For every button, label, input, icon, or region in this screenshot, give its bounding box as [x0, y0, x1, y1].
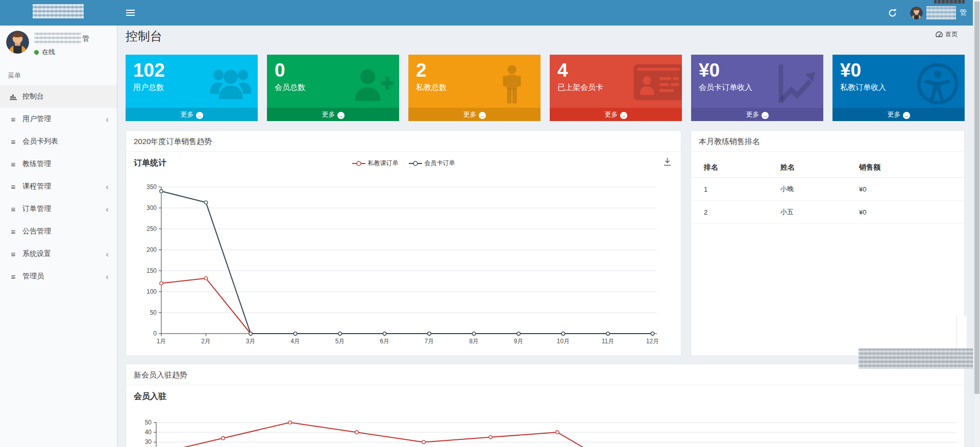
legend-item-coach-orders[interactable]: 私教课订单	[352, 159, 399, 168]
svg-text:9月: 9月	[514, 338, 524, 345]
refresh-icon	[888, 9, 897, 17]
sidebar-item-course-management[interactable]: ≡课程管理‹	[0, 175, 117, 198]
scrollbar-thumb[interactable]	[974, 2, 979, 394]
list-icon: ≡	[8, 272, 19, 281]
user-status-label: 在线	[42, 48, 55, 57]
list-icon: ≡	[8, 137, 19, 146]
arrow-circle-right-icon: →	[620, 112, 627, 119]
page-title: 控制台	[126, 26, 162, 47]
svg-text:1月: 1月	[157, 338, 166, 345]
table-row: 2小五¥0	[691, 201, 964, 224]
sidebar-item-label: 教练管理	[22, 159, 51, 169]
sidebar-menu: 控制台≡用户管理‹≡会员卡列表≡教练管理≡课程管理‹≡订单管理‹≡公告管理≡系统…	[0, 85, 117, 288]
svg-text:350: 350	[146, 183, 157, 191]
svg-text:30: 30	[145, 438, 152, 445]
sidebar-user-panel: 管 在线	[0, 26, 117, 64]
dashboard-icon	[936, 31, 943, 38]
page-scrollbar[interactable]	[973, 0, 980, 447]
card-more-link[interactable]: 更多→	[832, 108, 965, 121]
navbar-avatar	[910, 7, 923, 19]
svg-text:2月: 2月	[201, 338, 211, 345]
sidebar-item-user-management[interactable]: ≡用户管理‹	[0, 108, 117, 130]
card-more-link[interactable]: 更多→	[550, 108, 682, 121]
list-icon: ≡	[8, 205, 19, 214]
user-name-suffix: 管	[82, 34, 89, 43]
list-icon: ≡	[8, 182, 19, 191]
svg-text:5月: 5月	[335, 338, 345, 345]
table-cell: 1	[691, 178, 768, 201]
line-chart-icon	[774, 62, 818, 106]
stat-card-users-total: 102用户总数更多→	[126, 55, 258, 121]
stat-card-cards-on-shelf: 4已上架会员卡更多→	[550, 55, 682, 121]
stat-card-coaches-total: 2私教总数更多→	[408, 55, 541, 121]
arrow-circle-right-icon: →	[479, 112, 486, 119]
chevron-left-icon: ‹	[106, 250, 112, 258]
sidebar-item-label: 系统设置	[22, 249, 51, 258]
legend-item-card-orders[interactable]: 会员卡订单	[409, 159, 455, 168]
id-card-icon	[633, 62, 677, 106]
ranking-table-body: 1小晚¥02小五¥0	[691, 178, 964, 224]
list-icon: ≡	[8, 160, 19, 169]
card-more-link[interactable]: 更多→	[408, 108, 541, 121]
arrow-circle-right-icon: →	[903, 112, 910, 119]
card-more-link[interactable]: 更多→	[691, 108, 823, 121]
svg-text:100: 100	[146, 288, 157, 295]
sidebar-item-label: 公告管理	[22, 227, 51, 236]
sidebar-item-notice-management[interactable]: ≡公告管理	[0, 220, 117, 243]
breadcrumb-home-link[interactable]: 首页	[936, 30, 958, 39]
svg-text:12月: 12月	[646, 338, 659, 345]
list-icon: ≡	[8, 227, 19, 236]
svg-text:250: 250	[146, 225, 157, 232]
watermark-censor	[859, 348, 974, 369]
table-header-row: 排名姓名销售额	[691, 158, 964, 178]
svg-text:7月: 7月	[425, 338, 434, 345]
sidebar-item-label: 管理员	[22, 272, 44, 281]
sidebar-item-admin[interactable]: ≡管理员‹	[0, 265, 117, 288]
sidebar-toggle-button[interactable]	[118, 0, 142, 26]
download-icon	[663, 157, 672, 166]
svg-text:50: 50	[150, 309, 157, 316]
svg-text:6月: 6月	[380, 338, 389, 345]
ranking-table: 排名姓名销售额 1小晚¥02小五¥0	[691, 158, 964, 224]
universal-access-icon	[916, 62, 960, 106]
chevron-left-icon: ‹	[106, 115, 112, 124]
top-right-censor	[934, 0, 965, 4]
chart-legend: 私教课订单 会员卡订单	[126, 159, 681, 168]
table-cell: ¥0	[846, 178, 964, 201]
stat-cards-row: 102用户总数更多→0会员总数更多→2私教总数更多→4已上架会员卡更多→¥0会员…	[126, 55, 965, 121]
panel-title: 本月教练销售排名	[691, 131, 964, 152]
sidebar-item-order-management[interactable]: ≡订单管理‹	[0, 198, 117, 220]
sidebar-item-label: 用户管理	[22, 114, 51, 124]
column-header: 姓名	[768, 158, 846, 178]
svg-text:8月: 8月	[469, 338, 479, 345]
card-more-link[interactable]: 更多→	[267, 108, 399, 121]
sidebar-item-label: 控制台	[22, 92, 44, 101]
svg-text:4月: 4月	[290, 338, 300, 345]
chart-title: 会员入驻	[134, 391, 166, 402]
sidebar-item-dashboard[interactable]: 控制台	[0, 85, 117, 108]
refresh-button[interactable]	[885, 0, 900, 26]
svg-text:0: 0	[153, 330, 157, 337]
member-trend-panel: 新会员入驻趋势 会员入驻 01020304050	[126, 364, 965, 447]
sidebar-item-system-settings[interactable]: ≡系统设置‹	[0, 243, 117, 265]
ranking-panel: 本月教练销售排名 排名姓名销售额 1小晚¥02小五¥0	[691, 130, 965, 356]
table-cell: ¥0	[846, 201, 964, 224]
card-more-link[interactable]: 更多→	[126, 108, 258, 121]
svg-text:10月: 10月	[557, 338, 570, 345]
order-trend-panel: 2020年度订单销售趋势 订单统计 私教课订单 会员卡订单 0501001502…	[126, 130, 681, 356]
member-chart: 01020304050	[134, 407, 957, 447]
legend-line-icon	[352, 161, 365, 166]
column-header: 排名	[691, 158, 768, 178]
svg-text:200: 200	[146, 246, 157, 253]
navbar-user-menu[interactable]: 管	[910, 0, 967, 26]
sidebar-item-coach-management[interactable]: ≡教练管理	[0, 153, 117, 175]
svg-text:11月: 11月	[602, 338, 614, 345]
stat-card-members-total: 0会员总数更多→	[267, 55, 399, 121]
chevron-left-icon: ‹	[106, 205, 112, 214]
sidebar-item-member-card-list[interactable]: ≡会员卡列表	[0, 130, 117, 153]
svg-text:300: 300	[146, 204, 157, 211]
navbar-username-suffix: 管	[960, 8, 967, 17]
svg-text:50: 50	[145, 419, 152, 426]
svg-text:3月: 3月	[246, 338, 256, 345]
download-button[interactable]	[663, 157, 672, 168]
